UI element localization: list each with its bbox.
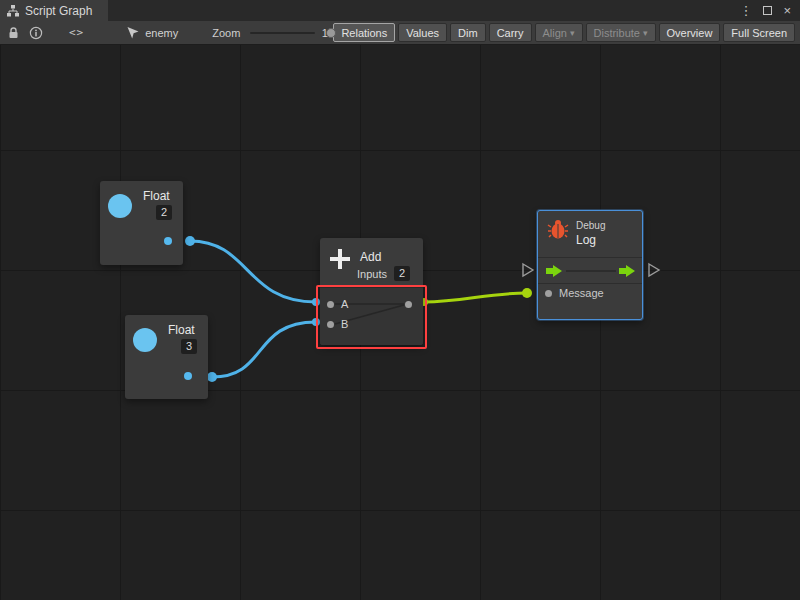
align-label: Align: [543, 27, 567, 39]
message-input-port[interactable]: [545, 290, 552, 297]
value-badge[interactable]: 3: [181, 339, 197, 354]
graph-toolbar: <> enemy Zoom 1x Relations Values Dim Ca…: [0, 21, 800, 45]
node-title: Add: [360, 250, 381, 264]
chevron-down-icon: ▾: [643, 28, 648, 38]
add-node-header[interactable]: Add Inputs 2: [320, 238, 423, 287]
plus-icon: [328, 247, 352, 271]
inputs-count-badge[interactable]: 2: [394, 266, 410, 281]
carry-button[interactable]: Carry: [489, 23, 532, 42]
graph-pointer-icon: [126, 26, 140, 40]
inputs-label: Inputs: [357, 268, 387, 280]
window-tab[interactable]: Script Graph: [0, 0, 108, 21]
row-separator: [538, 283, 642, 284]
wire-endpoint-dot[interactable]: [312, 318, 320, 326]
wire-float2-to-add-b[interactable]: [212, 322, 316, 377]
tab-title: Script Graph: [25, 4, 92, 18]
float2-output-port[interactable]: [184, 372, 192, 380]
chevron-down-icon: ▾: [570, 28, 575, 38]
dim-button[interactable]: Dim: [450, 23, 486, 42]
kebab-menu-icon[interactable]: ⋮: [739, 4, 752, 17]
float-node-2[interactable]: Float 3: [125, 315, 208, 399]
wire-float1-to-add-a[interactable]: [190, 241, 316, 302]
values-label: Values: [406, 27, 439, 39]
value-badge[interactable]: 2: [156, 205, 172, 220]
dim-label: Dim: [458, 27, 478, 39]
add-node[interactable]: Add Inputs 2 A B: [320, 238, 423, 345]
zoom-label: Zoom: [212, 27, 240, 39]
values-button[interactable]: Values: [398, 23, 447, 42]
fullscreen-label: Full Screen: [731, 27, 787, 39]
add-node-ports: A B: [320, 287, 423, 345]
float-icon: [108, 194, 132, 218]
wire-endpoint-dot[interactable]: [207, 372, 217, 382]
wire-add-to-debug-message[interactable]: [424, 293, 527, 302]
title-bar: Script Graph ⋮ ×: [0, 0, 800, 21]
flow-output-arrow-icon[interactable]: [619, 265, 635, 277]
relations-label: Relations: [341, 27, 387, 39]
node-title: Float: [143, 189, 170, 203]
node-title: Float: [168, 323, 195, 337]
float1-output-port[interactable]: [164, 237, 172, 245]
close-icon[interactable]: ×: [783, 4, 791, 17]
relation-lines: [320, 288, 423, 346]
port-b-label: B: [341, 318, 348, 330]
code-icon[interactable]: <>: [69, 26, 84, 39]
carry-label: Carry: [497, 27, 524, 39]
target-object-label: enemy: [145, 27, 178, 39]
overview-button[interactable]: Overview: [659, 23, 721, 42]
flow-triangle-left: [523, 264, 533, 276]
wire-endpoint-dot[interactable]: [522, 288, 532, 298]
flow-triangle-right: [649, 264, 659, 276]
relations-button[interactable]: Relations: [333, 23, 395, 42]
graph-canvas[interactable]: Float 2 Float 3 Add Inputs 2 A B: [0, 45, 800, 600]
add-output-port[interactable]: [405, 301, 412, 308]
distribute-dropdown[interactable]: Distribute▾: [586, 23, 656, 42]
window-controls: ⋮ ×: [739, 0, 800, 21]
zoom-slider-handle[interactable]: [326, 28, 336, 38]
input-port-b[interactable]: [327, 321, 334, 328]
input-port-a[interactable]: [327, 301, 334, 308]
info-icon[interactable]: [29, 26, 43, 40]
wire-endpoint-dot[interactable]: [185, 236, 195, 246]
float-node-1[interactable]: Float 2: [100, 181, 183, 265]
message-port-label: Message: [559, 287, 604, 299]
fullscreen-button[interactable]: Full Screen: [723, 23, 795, 42]
graph-icon: [7, 5, 19, 17]
float-icon: [133, 328, 157, 352]
maximize-icon[interactable]: [763, 6, 772, 15]
distribute-label: Distribute: [594, 27, 640, 39]
zoom-slider-track[interactable]: [250, 32, 314, 34]
align-dropdown[interactable]: Align▾: [535, 23, 583, 42]
wire-endpoint-dot[interactable]: [312, 298, 320, 306]
lock-icon[interactable]: [7, 26, 20, 40]
port-a-label: A: [341, 298, 348, 310]
toolbar-button-group: Relations Values Dim Carry Align▾ Distri…: [333, 23, 798, 42]
zoom-slider[interactable]: [250, 27, 314, 39]
overview-label: Overview: [667, 27, 713, 39]
debug-log-node[interactable]: Debug Log Message: [537, 210, 643, 320]
